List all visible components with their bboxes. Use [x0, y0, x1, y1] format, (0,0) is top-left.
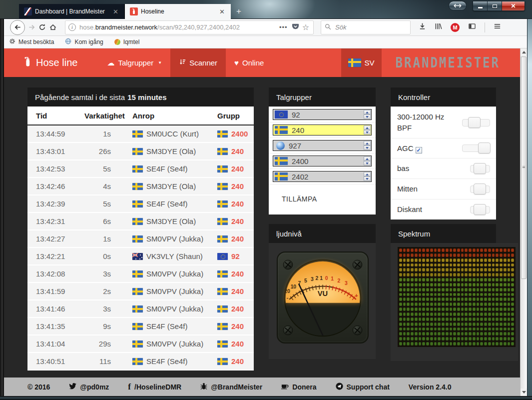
led — [450, 278, 453, 282]
home-button[interactable] — [49, 24, 57, 31]
scroll-down-icon[interactable] — [521, 388, 528, 396]
led — [403, 273, 406, 276]
apply-button[interactable]: TILLÄMPA — [282, 195, 317, 203]
forward-button[interactable] — [28, 24, 35, 31]
spinner-up-icon[interactable] — [364, 126, 371, 130]
search-input[interactable] — [334, 23, 407, 32]
site-info-icon[interactable]: i — [68, 24, 76, 31]
brand-hose-line[interactable]: Hose line — [24, 48, 77, 77]
search-box[interactable] — [321, 20, 411, 34]
led — [500, 318, 503, 321]
menu-hamburger-icon[interactable] — [494, 22, 501, 32]
tab-close-icon[interactable]: ✕ — [217, 8, 227, 16]
led — [477, 322, 480, 326]
tab-hoseline[interactable]: Hoseline ✕ — [125, 4, 231, 19]
spinner-buttons[interactable] — [364, 156, 371, 166]
led — [403, 293, 406, 296]
talkgroup-input[interactable]: 927 — [273, 140, 372, 151]
spinner-buttons[interactable] — [364, 126, 371, 134]
library-icon[interactable] — [435, 22, 442, 32]
bookmark-iqmtel[interactable]: Iqmtel — [114, 38, 140, 46]
slider-control[interactable] — [470, 165, 490, 172]
scrollbar-thumb[interactable] — [521, 56, 527, 279]
new-tab-button[interactable]: + — [231, 4, 247, 19]
svg-text:5: 5 — [304, 278, 307, 284]
browser-toolbar: i hose.brandmeister.network/scan/92,240,… — [4, 19, 527, 36]
footer-item[interactable]: @BrandMeister — [200, 382, 262, 392]
slider-handle[interactable] — [478, 142, 491, 154]
window-restore-arrows-button[interactable] — [449, 1, 467, 10]
url-bar[interactable]: i hose.brandmeister.network/scan/92,240,… — [65, 20, 314, 34]
footer-item[interactable]: Support chat — [336, 382, 390, 392]
maximize-button[interactable] — [488, 2, 502, 10]
talkgroup-input[interactable]: 240 — [273, 124, 372, 136]
bookmark-mest-besokta[interactable]: Mest besökta — [9, 38, 54, 46]
mega-extension-icon[interactable]: M — [451, 23, 460, 32]
back-button[interactable] — [10, 20, 25, 35]
slider-handle[interactable] — [474, 204, 486, 215]
pocket-icon[interactable] — [292, 22, 299, 32]
sidebar-icon[interactable] — [468, 22, 476, 32]
footer-item[interactable]: Donera — [281, 382, 316, 391]
spinner-up-icon[interactable] — [364, 141, 371, 146]
call-duration: 6s — [72, 212, 132, 230]
led — [484, 302, 487, 306]
led — [403, 318, 406, 321]
spinner-buttons[interactable] — [364, 172, 371, 181]
talkgroup-input[interactable]: 2402 — [273, 171, 372, 182]
spinner-up-icon[interactable] — [364, 110, 371, 114]
bookmark-kom-igang[interactable]: Kom igång — [65, 38, 103, 46]
spinner-down-icon[interactable] — [364, 161, 371, 166]
fire-extinguisher-icon — [24, 56, 31, 70]
led — [461, 258, 464, 262]
tab-close-icon[interactable]: ✕ — [111, 8, 120, 16]
spinner-up-icon[interactable] — [364, 156, 371, 161]
spinner-down-icon[interactable] — [364, 114, 371, 119]
minimize-button[interactable] — [473, 2, 488, 10]
slider-control[interactable] — [470, 186, 490, 193]
led — [492, 312, 495, 316]
spinner-up-icon[interactable] — [364, 172, 371, 176]
page-actions-icon[interactable]: ••• — [279, 24, 288, 31]
se-flag-icon — [217, 183, 228, 190]
led — [492, 273, 495, 276]
nav-item-talgrupper[interactable]: ☁ Talgrupper ▼ — [98, 48, 170, 77]
slider-handle[interactable] — [474, 163, 486, 174]
led — [477, 278, 480, 282]
language-button[interactable]: SV — [341, 48, 382, 77]
spinner-down-icon[interactable] — [364, 176, 371, 181]
slider-control[interactable] — [462, 144, 490, 152]
close-button[interactable]: ✕ — [502, 2, 525, 10]
footer-item[interactable]: f/HoselineDMR — [128, 382, 181, 392]
led — [484, 278, 487, 282]
scroll-up-icon[interactable] — [521, 48, 528, 56]
nav-item-online[interactable]: ♥ Online — [226, 48, 272, 77]
led — [453, 328, 456, 331]
talkgroup-input[interactable]: 92 — [273, 109, 372, 120]
led — [504, 342, 507, 346]
agc-checkbox[interactable]: ✓ — [416, 147, 422, 154]
spinner-buttons[interactable] — [364, 110, 371, 119]
svg-text:2: 2 — [316, 276, 319, 281]
slider-control[interactable] — [470, 206, 490, 214]
led — [403, 288, 406, 292]
slider-control[interactable] — [462, 119, 490, 126]
spinner-down-icon[interactable] — [364, 130, 371, 134]
nav-item-scanner[interactable]: Scanner — [170, 48, 226, 77]
footer-item[interactable]: @pd0mz — [69, 383, 109, 391]
spinner-down-icon[interactable] — [364, 146, 371, 150]
led — [411, 248, 414, 252]
tab-dashboard[interactable]: Dashboard | BrandMeister ✕ — [19, 4, 125, 19]
spinner-buttons[interactable] — [364, 141, 371, 150]
bookmark-star-icon[interactable]: ☆ — [302, 22, 309, 32]
slider-handle[interactable] — [474, 184, 486, 194]
se-flag-icon — [217, 200, 228, 208]
page-scrollbar[interactable] — [520, 48, 527, 396]
led — [492, 332, 495, 336]
led — [453, 258, 456, 262]
downloads-icon[interactable] — [419, 22, 426, 32]
slider-handle[interactable] — [468, 117, 481, 128]
led — [484, 342, 487, 346]
reload-button[interactable] — [38, 24, 46, 31]
talkgroup-input[interactable]: 2400 — [273, 156, 372, 166]
